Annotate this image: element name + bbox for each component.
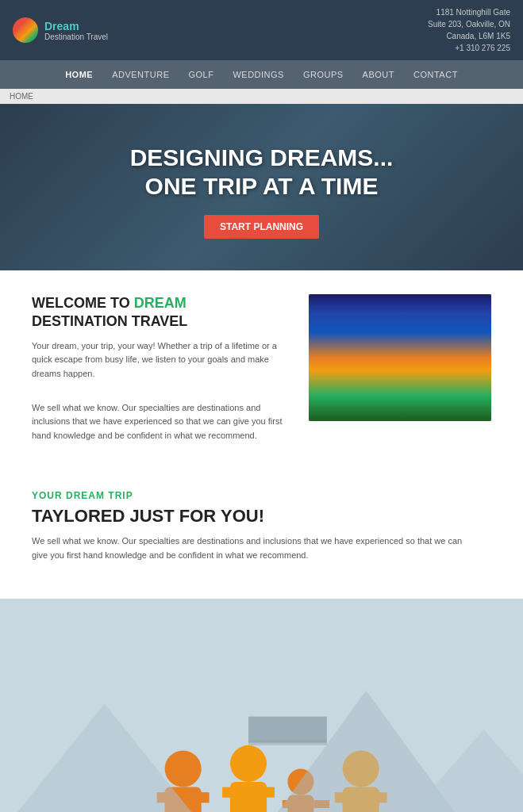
welcome-highlight: DREAM	[134, 295, 187, 311]
logo-text: Dream Destination Travel	[44, 20, 108, 41]
cards-grid: START YOUR NEXT ADVENTURE ADVENTURE PLAN…	[0, 587, 523, 812]
brand-sub: Destination Travel	[44, 33, 108, 41]
hero-line1: DESIGNING DREAMS...	[130, 144, 394, 170]
start-planning-button[interactable]: START PLANNING	[204, 215, 319, 239]
address-line1: 1181 Nottinghill Gate	[428, 6, 510, 18]
welcome-heading: WELCOME TO DREAMDESTINATION TRAVEL	[32, 294, 293, 331]
top-header: Dream Destination Travel 1181 Nottinghil…	[0, 0, 523, 60]
dream-body: We sell what we know. Our specialties ar…	[32, 534, 468, 562]
dream-heading: TAYLORED JUST FOR YOU!	[32, 506, 491, 527]
palm-scene	[309, 294, 491, 421]
hero-section: DESIGNING DREAMS... ONE TRIP AT A TIME S…	[0, 104, 523, 270]
nav-weddings[interactable]: WEDDINGS	[225, 67, 292, 82]
nav-home[interactable]: HOME	[57, 67, 101, 82]
dream-trip-section: YOUR DREAM TRIP TAYLORED JUST FOR YOU! W…	[0, 474, 523, 586]
welcome-paragraph1: Your dream, your trip, your way! Whether…	[32, 339, 293, 381]
nav-groups[interactable]: GROUPS	[295, 67, 352, 82]
contact-info: 1181 Nottinghill Gate Suite 203, Oakvill…	[428, 6, 510, 54]
groups-svg	[270, 786, 492, 812]
brand-name: Dream	[44, 20, 108, 33]
dream-tag: YOUR DREAM TRIP	[32, 490, 491, 501]
nav-adventure[interactable]: ADVENTURE	[104, 67, 177, 82]
svg-rect-33	[270, 787, 275, 797]
main-nav: HOME ADVENTURE GOLF WEDDINGS GROUPS ABOU…	[0, 60, 523, 89]
nav-golf[interactable]: GOLF	[180, 67, 221, 82]
groups-scene	[270, 786, 492, 812]
groups-card: GROUP TRAVEL SPECIALISTS GROUP TOUR PLAN…	[262, 778, 500, 812]
address-line2: Suite 203, Oakville, ON	[428, 18, 510, 30]
welcome-image	[309, 294, 491, 421]
hero-heading: DESIGNING DREAMS... ONE TRIP AT A TIME	[16, 144, 507, 201]
welcome-text: WELCOME TO DREAMDESTINATION TRAVEL Your …	[32, 294, 293, 450]
nav-contact[interactable]: CONTACT	[406, 67, 466, 82]
logo-area: Dream Destination Travel	[13, 17, 108, 43]
welcome-section: WELCOME TO DREAMDESTINATION TRAVEL Your …	[0, 270, 523, 474]
breadcrumb: HOME	[0, 89, 523, 104]
nav-about[interactable]: ABOUT	[355, 67, 402, 82]
address-line3: Canada, L6M 1K5	[428, 30, 510, 42]
phone: +1 310 276 225	[428, 42, 510, 54]
welcome-paragraph2: We sell what we know. Our specialties ar…	[32, 401, 293, 443]
logo-icon	[13, 17, 38, 43]
groups-image	[270, 786, 492, 812]
hero-line2: ONE TRIP AT A TIME	[145, 173, 379, 199]
